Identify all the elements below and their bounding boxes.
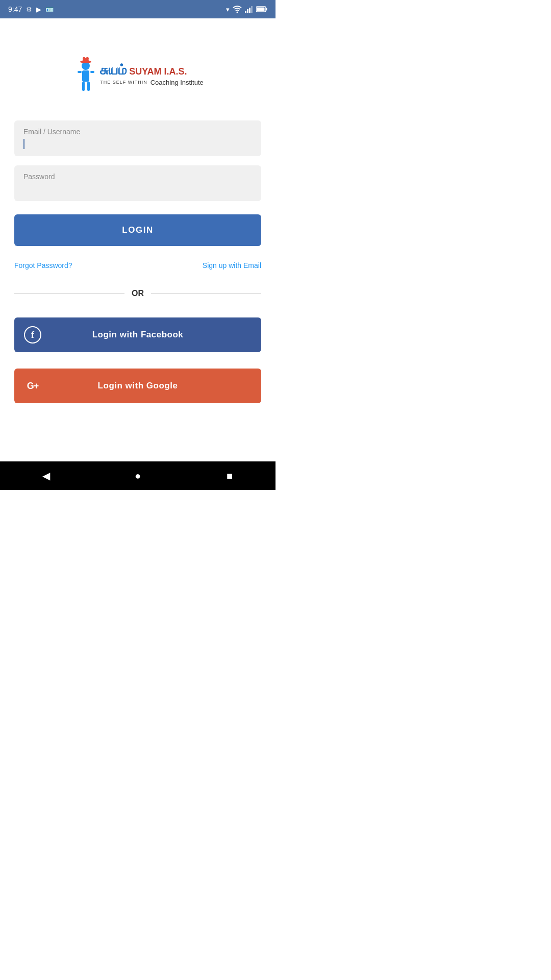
svg-rect-3 bbox=[249, 8, 251, 13]
google-login-button[interactable]: G+ Login with Google bbox=[14, 369, 261, 403]
logo-tamil-text: சுயம் bbox=[100, 63, 127, 78]
svg-rect-9 bbox=[82, 70, 89, 82]
email-input[interactable] bbox=[14, 120, 261, 156]
password-input[interactable] bbox=[14, 165, 261, 201]
divider-right bbox=[151, 293, 261, 294]
recents-button[interactable]: ■ bbox=[217, 463, 242, 488]
status-time: 9:47 bbox=[8, 5, 22, 13]
bottom-nav: ◀ ● ■ bbox=[0, 461, 276, 490]
battery-icon bbox=[256, 6, 267, 12]
signup-link[interactable]: Sign up with Email bbox=[203, 261, 261, 270]
facebook-button-label: Login with Facebook bbox=[14, 330, 261, 340]
play-icon: ▶ bbox=[36, 6, 41, 13]
logo-subtitle: Coaching Institute bbox=[151, 79, 204, 86]
svg-rect-2 bbox=[247, 9, 248, 13]
logo-figure-icon bbox=[72, 54, 100, 95]
main-content: சுயம் SUYAM I.A.S. THE SELF WITHIN Coach… bbox=[0, 18, 276, 461]
svg-rect-12 bbox=[82, 82, 85, 91]
facebook-icon-wrapper: f bbox=[23, 326, 42, 344]
logo-tagline: THE SELF WITHIN bbox=[100, 80, 147, 85]
wifi-icon: ▾ bbox=[226, 6, 230, 13]
form-section: Email / Username Password LOGIN Forgot P… bbox=[14, 120, 261, 410]
google-plus-icon: G+ bbox=[27, 381, 39, 391]
svg-rect-7 bbox=[257, 8, 265, 11]
logo-text-block: சுயம் SUYAM I.A.S. THE SELF WITHIN Coach… bbox=[100, 63, 204, 86]
google-button-label: Login with Google bbox=[14, 381, 261, 391]
google-icon-wrapper: G+ bbox=[23, 377, 42, 395]
text-cursor bbox=[23, 139, 24, 149]
facebook-icon: f bbox=[24, 326, 41, 344]
sim-icon: 🪪 bbox=[45, 6, 54, 13]
login-button[interactable]: LOGIN bbox=[14, 214, 261, 246]
status-bar-left: 9:47 ⚙ ▶ 🪪 bbox=[8, 5, 54, 13]
signal-strength-icon bbox=[245, 6, 253, 13]
email-field-wrapper: Email / Username bbox=[14, 120, 261, 156]
links-row: Forgot Password? Sign up with Email bbox=[14, 261, 261, 270]
svg-rect-11 bbox=[90, 71, 94, 73]
svg-rect-1 bbox=[245, 11, 246, 13]
logo-area: சுயம் SUYAM I.A.S. THE SELF WITHIN Coach… bbox=[72, 54, 204, 95]
svg-rect-10 bbox=[78, 71, 82, 73]
password-field-wrapper: Password bbox=[14, 165, 261, 201]
facebook-login-button[interactable]: f Login with Facebook bbox=[14, 317, 261, 352]
forgot-password-link[interactable]: Forgot Password? bbox=[14, 261, 72, 270]
status-bar: 9:47 ⚙ ▶ 🪪 ▾ bbox=[0, 0, 276, 18]
svg-rect-4 bbox=[251, 6, 253, 13]
svg-point-0 bbox=[237, 12, 238, 13]
back-button[interactable]: ◀ bbox=[33, 463, 59, 488]
wifi-signal-icon bbox=[233, 6, 242, 13]
settings-icon: ⚙ bbox=[26, 6, 32, 13]
svg-rect-15 bbox=[83, 60, 89, 62]
svg-rect-13 bbox=[87, 82, 90, 91]
home-button[interactable]: ● bbox=[125, 463, 151, 488]
divider-left bbox=[14, 293, 124, 294]
svg-rect-6 bbox=[266, 8, 267, 11]
or-text: OR bbox=[132, 289, 144, 298]
status-bar-right: ▾ bbox=[226, 6, 267, 13]
or-divider: OR bbox=[14, 289, 261, 298]
logo-brand-name: SUYAM I.A.S. bbox=[129, 67, 187, 77]
